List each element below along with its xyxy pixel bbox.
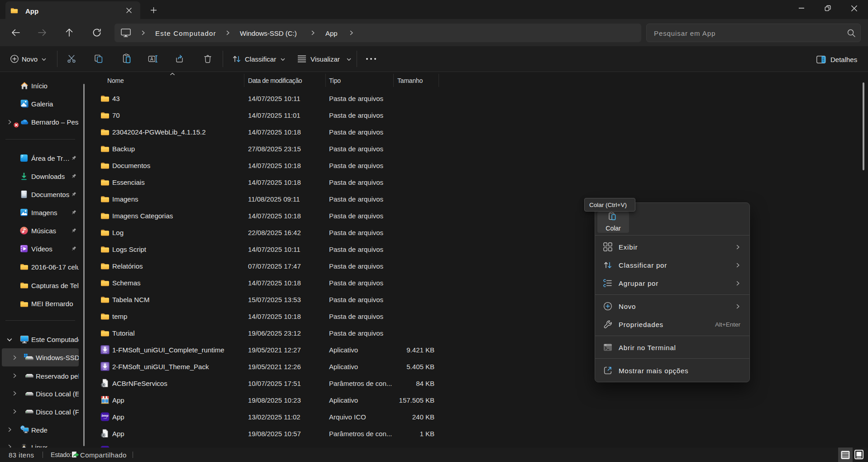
svg-text:A: A bbox=[150, 57, 153, 62]
svg-text:.com: .com bbox=[103, 417, 107, 419]
